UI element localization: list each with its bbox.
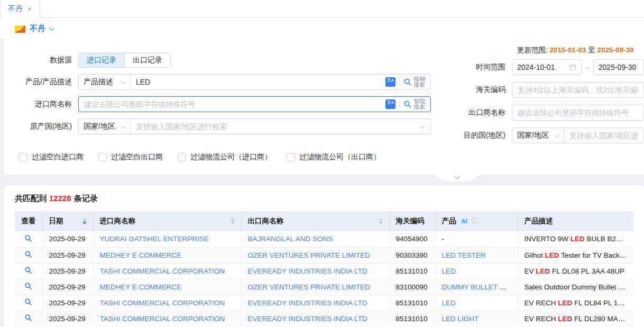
hs-code-label: 海关编码 bbox=[438, 85, 512, 95]
hs-code-input[interactable] bbox=[512, 82, 644, 98]
importer-link[interactable]: MEDHEY E COMMERCE bbox=[100, 283, 181, 291]
column-header[interactable]: 日期 bbox=[42, 211, 93, 231]
keyword-highlight: LED bbox=[536, 267, 550, 275]
column-header[interactable]: 出口商名称 bbox=[241, 211, 389, 231]
hs-code-cell: 85131010 bbox=[389, 311, 435, 326]
importer-link[interactable]: MEDHEY E COMMERCE bbox=[100, 251, 181, 259]
update-range-start: 2015-01-03 bbox=[550, 46, 586, 54]
info-icon[interactable]: ⓘ bbox=[472, 216, 479, 226]
product-link[interactable]: DUMMY BULLET CCTV... bbox=[442, 283, 518, 291]
table-row: 2025-09-29MEDHEY E COMMERCEOZER VENTURES… bbox=[15, 279, 633, 295]
view-record-button[interactable] bbox=[15, 247, 42, 263]
view-record-button[interactable] bbox=[15, 263, 42, 279]
sort-icon[interactable] bbox=[82, 218, 87, 224]
chevron-down-icon bbox=[121, 79, 126, 84]
importer-link[interactable]: TASHI COMMERCIAL CORPORATION bbox=[100, 299, 225, 307]
exporter-cell: EVEREADY INDUSTRIES INDIA LTD bbox=[241, 295, 389, 311]
origin-country-input[interactable] bbox=[131, 119, 420, 134]
table-header-row: 查看日期进口商名称出口商名称海关编码产品AIⓘ产品描述 bbox=[15, 211, 633, 231]
form-right-column: 更新范围: 2015-01-03 至 2025-09-30 时间范围 2024-… bbox=[438, 43, 644, 143]
results-summary: 共匹配到12228条记录 bbox=[15, 194, 633, 204]
view-record-button[interactable] bbox=[15, 231, 42, 247]
exporter-link[interactable]: BAJRANGLAL AND SONS bbox=[248, 235, 333, 243]
translate-icon[interactable]: 文A bbox=[385, 99, 395, 109]
view-search-icon bbox=[24, 314, 32, 322]
match-count: 12228 bbox=[49, 194, 71, 203]
hs-code-cell: 85131010 bbox=[389, 263, 435, 279]
importer-link[interactable]: TASHI COMMERCIAL CORPORATION bbox=[100, 315, 225, 323]
column-header-label: 查看 bbox=[21, 216, 35, 226]
dest-country-input[interactable] bbox=[564, 128, 643, 143]
search-icon bbox=[403, 78, 412, 86]
importer-cell: TASHI COMMERCIAL CORPORATION bbox=[93, 263, 241, 279]
view-record-button[interactable] bbox=[15, 311, 42, 326]
filter-logistics-importer[interactable]: 过滤物流公司（进口商） bbox=[178, 152, 272, 162]
column-header: 产品AIⓘ bbox=[435, 211, 518, 231]
chevron-down-icon bbox=[454, 174, 459, 179]
product-link[interactable]: LED bbox=[442, 267, 456, 275]
chevron-down-icon[interactable] bbox=[49, 25, 54, 31]
date-cell: 2025-09-29 bbox=[42, 263, 93, 279]
sort-icon[interactable] bbox=[379, 218, 383, 224]
filter-blank-exporter[interactable]: 过滤空白出口商 bbox=[98, 152, 163, 162]
column-header-label: 产品描述 bbox=[525, 216, 553, 226]
filter-blank-importer[interactable]: 过滤空白进口商 bbox=[19, 152, 84, 162]
checkbox[interactable] bbox=[287, 153, 295, 161]
exporter-name-input[interactable] bbox=[512, 105, 644, 121]
search-icon bbox=[403, 100, 412, 108]
column-header-label: 海关编码 bbox=[396, 216, 425, 226]
exporter-label: 出口商名称 bbox=[438, 108, 512, 117]
origin-country-select[interactable]: 国家/地区 bbox=[79, 119, 131, 134]
tab-close-icon[interactable]: × bbox=[27, 5, 32, 13]
exporter-link[interactable]: EVEREADY INDUSTRIES INDIA LTD bbox=[248, 315, 367, 323]
description-cell: EV RECH LED FL DL280 MASHAAL 10... bbox=[518, 311, 633, 326]
data-source-label: 数据源 bbox=[4, 56, 78, 65]
tab-export-records[interactable]: 出口记录 bbox=[125, 53, 170, 67]
importer-name-input[interactable] bbox=[79, 97, 385, 112]
dest-country-select[interactable]: 国家/地区 bbox=[512, 128, 564, 143]
date-end-picker[interactable]: 2025-09-30 bbox=[593, 59, 644, 75]
product-link[interactable]: LED bbox=[442, 299, 456, 307]
column-header[interactable]: 进口商名称 bbox=[93, 211, 241, 231]
product-link[interactable]: LED LIGHT bbox=[442, 315, 479, 323]
collapse-form-handle[interactable] bbox=[434, 175, 480, 181]
checkbox[interactable] bbox=[98, 153, 107, 161]
exporter-link[interactable]: OZER VENTURES PRIVATE LIMITED bbox=[248, 283, 370, 291]
product-type-select[interactable]: 产品描述 bbox=[79, 75, 131, 89]
tab-title: 不丹 bbox=[8, 4, 23, 14]
exporter-link[interactable]: EVEREADY INDUSTRIES INDIA LTD bbox=[248, 267, 367, 275]
checkbox[interactable] bbox=[178, 153, 186, 161]
column-header: 产品描述 bbox=[518, 211, 633, 231]
search-form-panel: 数据源 进口记录 出口记录 产品/产品描述 产品描述 文A bbox=[4, 39, 644, 175]
importer-link[interactable]: TASHI COMMERCIAL CORPORATION bbox=[100, 267, 225, 275]
importer-cell: YUDRAI GATSHEL ENTERPRISE bbox=[93, 231, 241, 247]
checkbox[interactable] bbox=[19, 153, 27, 161]
product-link[interactable]: LED TESTER bbox=[442, 251, 486, 259]
importer-cell: MEDHEY E COMMERCE bbox=[93, 279, 241, 295]
view-record-button[interactable] bbox=[15, 279, 42, 295]
importer-cell: TASHI COMMERCIAL CORPORATION bbox=[93, 295, 241, 311]
country-name[interactable]: 不丹 bbox=[30, 24, 45, 34]
fuzzy-search-button[interactable]: 模糊搜索 bbox=[403, 76, 430, 88]
translate-icon[interactable]: 文A bbox=[385, 77, 395, 87]
view-search-icon bbox=[24, 298, 32, 306]
divider bbox=[399, 78, 400, 86]
filter-logistics-exporter[interactable]: 过滤物流公司（出口商） bbox=[287, 152, 381, 162]
table-row: 2025-09-29TASHI COMMERCIAL CORPORATIONEV… bbox=[15, 311, 633, 326]
smart-search-button[interactable]: 智能搜索 bbox=[403, 98, 430, 110]
date-cell: 2025-09-29 bbox=[42, 247, 93, 263]
date-start-picker[interactable]: 2024-10-01 bbox=[512, 59, 582, 75]
filter-checkbox-row: 过滤空白进口商 过滤空白出口商 过滤物流公司（进口商） 过滤物流公司（出口商） bbox=[19, 152, 644, 162]
sort-icon[interactable] bbox=[231, 218, 235, 224]
exporter-link[interactable]: EVEREADY INDUSTRIES INDIA LTD bbox=[248, 299, 367, 307]
product-input[interactable] bbox=[131, 75, 385, 89]
chevron-down-icon bbox=[555, 132, 560, 138]
view-record-button[interactable] bbox=[15, 295, 42, 311]
importer-link[interactable]: YUDRAI GATSHEL ENTERPRISE bbox=[100, 235, 209, 243]
keyword-highlight: LED bbox=[545, 251, 559, 259]
tab-bhutan[interactable]: 不丹 × bbox=[0, 0, 40, 18]
importer-cell: MEDHEY E COMMERCE bbox=[93, 247, 241, 263]
exporter-link[interactable]: OZER VENTURES PRIVATE LIMITED bbox=[248, 251, 370, 259]
table-row: 2025-09-29TASHI COMMERCIAL CORPORATIONEV… bbox=[15, 263, 633, 279]
tab-import-records[interactable]: 进口记录 bbox=[79, 53, 125, 67]
